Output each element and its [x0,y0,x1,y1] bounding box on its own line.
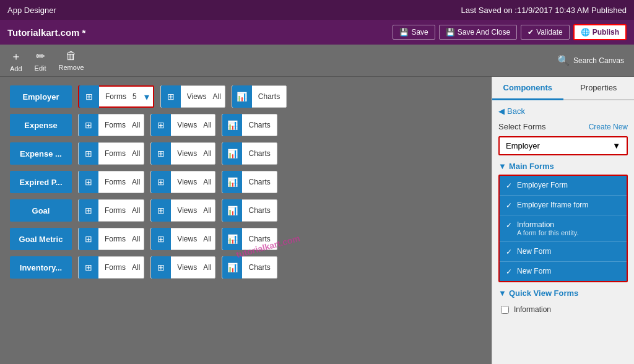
forms-count: All [132,235,144,243]
save-close-icon: 💾 [446,28,455,37]
edit-toolbar-item[interactable]: ✏ Edit [35,50,46,72]
app-designer-title: App Designer [7,6,56,15]
charts-label: Charts [242,149,276,158]
forms-count: All [132,149,144,158]
canvas: tutorialkart.com Employer ⊞ Forms 5 ▾ ⊞ … [0,77,492,364]
forms-button[interactable]: ⊞ Forms 5 ▾ [78,85,154,108]
views-icon: ⊞ [151,256,171,279]
entity-label: Expired P... [10,171,72,193]
title-bar: Tutorialkart.com * 💾 Save 💾 Save And Clo… [0,20,634,45]
panel-tabs: Components Properties [492,77,634,100]
panel-body: ◀ Back Select Forms Create New Employer … [492,100,634,364]
form-info: New Form [517,247,551,256]
form-list-item[interactable]: ✓ Employer Iframe form [500,196,627,215]
charts-button[interactable]: 📊 Charts [222,199,277,222]
form-list-item[interactable]: ✓ New Form [500,242,627,262]
views-label: Views [181,92,213,101]
views-button[interactable]: ⊞ Views All [150,228,215,250]
forms-count: All [132,263,144,272]
check-icon: ✓ [506,267,512,276]
create-new-link[interactable]: Create New [589,123,628,131]
charts-icon: 📊 [222,228,242,250]
form-list-item[interactable]: ✓ Employer Form [500,176,627,196]
check-icon: ✓ [506,201,512,210]
forms-label: Forms [99,92,132,101]
form-name: Employer Form [517,181,568,189]
forms-icon: ⊞ [79,256,98,279]
charts-button[interactable]: 📊 Charts [232,85,287,108]
charts-button[interactable]: 📊 Charts [222,171,277,193]
forms-arrow-icon[interactable]: ▾ [141,91,153,103]
views-label: Views [171,121,203,129]
remove-toolbar-item[interactable]: 🗑 Remove [59,50,84,71]
views-icon: ⊞ [161,85,181,108]
entity-label: Employer [10,85,72,108]
views-label: Views [171,206,203,215]
forms-label: Forms [98,178,132,186]
publish-button[interactable]: 🌐 Publish [573,24,627,40]
views-label: Views [171,263,203,272]
views-button[interactable]: ⊞ Views All [150,256,215,279]
views-icon: ⊞ [151,171,171,193]
forms-button[interactable]: ⊞ Forms All [78,114,144,136]
charts-label: Charts [242,121,276,129]
views-icon: ⊞ [151,114,171,136]
entity-label: Goal [10,199,72,222]
views-button[interactable]: ⊞ Views All [160,85,225,108]
views-button[interactable]: ⊞ Views All [150,171,215,193]
forms-icon: ⊞ [79,171,98,193]
forms-label: Forms [98,263,132,272]
forms-icon: ⊞ [79,228,98,250]
form-list-item[interactable]: ✓ New Form [500,262,627,281]
back-arrow-icon: ◀ [498,106,505,116]
forms-button[interactable]: ⊞ Forms All [78,171,144,193]
charts-icon: 📊 [222,171,242,193]
charts-label: Charts [252,92,286,101]
views-button[interactable]: ⊞ Views All [150,199,215,222]
forms-button[interactable]: ⊞ Forms All [78,256,144,279]
views-count: All [203,206,215,215]
triangle-down-icon: ▼ [498,162,506,171]
views-count: All [203,178,215,186]
views-button[interactable]: ⊞ Views All [150,142,215,165]
forms-icon: ⊞ [79,114,98,136]
form-list-item[interactable]: ✓ Information A form for this entity. [500,215,627,242]
form-name: New Form [517,267,551,275]
check-icon: ✓ [506,181,512,190]
entity-rows-container: Employer ⊞ Forms 5 ▾ ⊞ Views All 📊 Chart… [10,85,482,279]
charts-label: Charts [242,206,276,215]
save-button[interactable]: 💾 Save [393,25,435,40]
tab-properties[interactable]: Properties [563,77,635,99]
forms-button[interactable]: ⊞ Forms All [78,142,144,165]
save-and-close-button[interactable]: 💾 Save And Close [439,25,517,40]
views-label: Views [171,235,203,243]
charts-label: Charts [242,235,276,243]
charts-button[interactable]: 📊 Charts [222,228,277,250]
tab-components[interactable]: Components [492,77,563,100]
qv-checkbox[interactable] [501,306,509,314]
forms-button[interactable]: ⊞ Forms All [78,228,144,250]
views-count: All [203,149,215,158]
validate-button[interactable]: ✔ Validate [521,25,569,40]
forms-button[interactable]: ⊞ Forms All [78,199,144,222]
search-canvas-wrap: 🔍 Search Canvas [557,54,624,66]
entity-row: Inventory... ⊞ Forms All ⊞ Views All 📊 C… [10,256,482,279]
charts-button[interactable]: 📊 Charts [222,142,277,165]
select-forms-row: Select Forms Create New [498,122,628,131]
charts-icon: 📊 [222,199,242,222]
charts-icon: 📊 [222,142,242,165]
charts-button[interactable]: 📊 Charts [222,256,277,279]
save-icon: 💾 [399,28,409,37]
forms-label: Forms [98,206,132,215]
form-name: New Form [517,247,551,256]
entity-dropdown[interactable]: Employer ▼ [498,136,628,155]
views-icon: ⊞ [151,228,171,250]
forms-count: All [132,178,144,186]
views-button[interactable]: ⊞ Views All [150,114,215,136]
charts-label: Charts [242,178,276,186]
add-toolbar-item[interactable]: ＋ Add [10,49,22,72]
charts-button[interactable]: 📊 Charts [222,114,277,136]
forms-label: Forms [98,121,132,129]
forms-list: ✓ Employer Form ✓ Employer Iframe form ✓… [498,175,628,282]
back-link[interactable]: ◀ Back [498,106,628,116]
